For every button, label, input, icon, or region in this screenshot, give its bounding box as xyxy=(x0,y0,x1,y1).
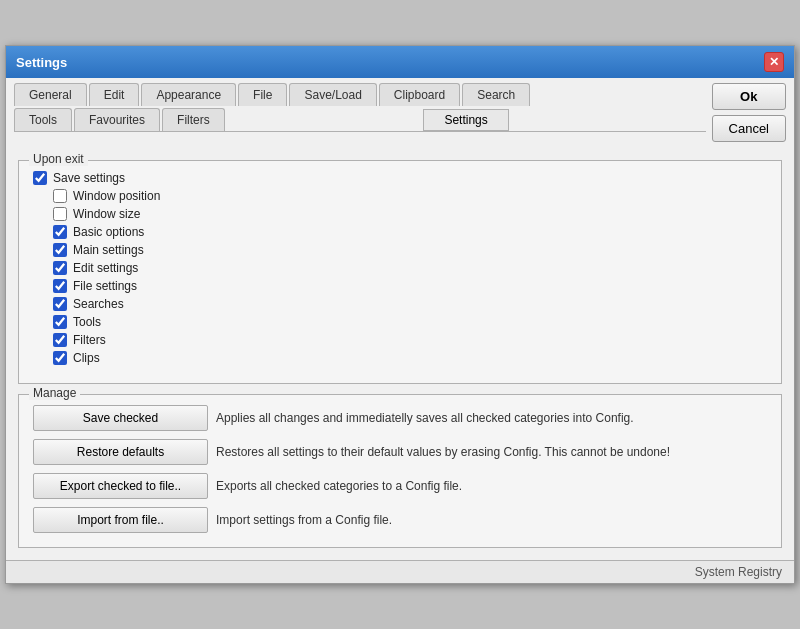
tab-general[interactable]: General xyxy=(14,83,87,106)
tab-edit[interactable]: Edit xyxy=(89,83,140,106)
tab-appearance[interactable]: Appearance xyxy=(141,83,236,106)
checkbox-window-size: Window size xyxy=(53,207,767,221)
checkbox-window-position: Window position xyxy=(53,189,767,203)
tab-tools[interactable]: Tools xyxy=(14,108,72,131)
tab-clipboard[interactable]: Clipboard xyxy=(379,83,460,106)
tools-checkbox[interactable] xyxy=(53,315,67,329)
checkbox-file-settings: File settings xyxy=(53,279,767,293)
left-panel: Upon exit Save settings Window position … xyxy=(18,160,782,548)
tab-file[interactable]: File xyxy=(238,83,287,106)
tab-search[interactable]: Search xyxy=(462,83,530,106)
window-position-checkbox[interactable] xyxy=(53,189,67,203)
manage-grid: Save checked Applies all changes and imm… xyxy=(33,405,767,533)
checkbox-tools: Tools xyxy=(53,315,767,329)
import-from-desc: Import settings from a Config file. xyxy=(216,512,767,529)
filters-checkbox[interactable] xyxy=(53,333,67,347)
checkbox-save-settings: Save settings xyxy=(33,171,767,185)
upon-exit-section: Upon exit Save settings Window position … xyxy=(18,160,782,384)
tab-favourites[interactable]: Favourites xyxy=(74,108,160,131)
checkbox-basic-options: Basic options xyxy=(53,225,767,239)
main-settings-checkbox[interactable] xyxy=(53,243,67,257)
tab-saveload[interactable]: Save/Load xyxy=(289,83,376,106)
tab-filters[interactable]: Filters xyxy=(162,108,225,131)
status-text: System Registry xyxy=(695,565,782,579)
window-position-label[interactable]: Window position xyxy=(73,189,160,203)
file-settings-label[interactable]: File settings xyxy=(73,279,137,293)
main-content: Upon exit Save settings Window position … xyxy=(6,148,794,560)
restore-defaults-desc: Restores all settings to their default v… xyxy=(216,444,767,461)
window-size-checkbox[interactable] xyxy=(53,207,67,221)
basic-options-label[interactable]: Basic options xyxy=(73,225,144,239)
save-settings-checkbox[interactable] xyxy=(33,171,47,185)
edit-settings-checkbox[interactable] xyxy=(53,261,67,275)
export-checked-button[interactable]: Export checked to file.. xyxy=(33,473,208,499)
clips-checkbox[interactable] xyxy=(53,351,67,365)
checkbox-edit-settings: Edit settings xyxy=(53,261,767,275)
close-button[interactable]: ✕ xyxy=(764,52,784,72)
checkbox-clips: Clips xyxy=(53,351,767,365)
checkbox-filters: Filters xyxy=(53,333,767,347)
import-from-button[interactable]: Import from file.. xyxy=(33,507,208,533)
settings-window: Settings ✕ General Edit Appearance File … xyxy=(5,45,795,584)
save-checked-button[interactable]: Save checked xyxy=(33,405,208,431)
upon-exit-label: Upon exit xyxy=(29,152,88,166)
window-size-label[interactable]: Window size xyxy=(73,207,140,221)
basic-options-checkbox[interactable] xyxy=(53,225,67,239)
file-settings-checkbox[interactable] xyxy=(53,279,67,293)
export-checked-desc: Exports all checked categories to a Conf… xyxy=(216,478,767,495)
title-bar: Settings ✕ xyxy=(6,46,794,78)
cancel-button[interactable]: Cancel xyxy=(712,115,786,142)
manage-label: Manage xyxy=(29,386,80,400)
manage-section: Manage Save checked Applies all changes … xyxy=(18,394,782,548)
searches-label[interactable]: Searches xyxy=(73,297,124,311)
checkbox-main-settings: Main settings xyxy=(53,243,767,257)
clips-label[interactable]: Clips xyxy=(73,351,100,365)
main-settings-label[interactable]: Main settings xyxy=(73,243,144,257)
filters-label[interactable]: Filters xyxy=(73,333,106,347)
edit-settings-label[interactable]: Edit settings xyxy=(73,261,138,275)
ok-button[interactable]: Ok xyxy=(712,83,786,110)
restore-defaults-button[interactable]: Restore defaults xyxy=(33,439,208,465)
checkbox-searches: Searches xyxy=(53,297,767,311)
save-checked-desc: Applies all changes and immediatelly sav… xyxy=(216,410,767,427)
status-bar: System Registry xyxy=(6,560,794,583)
tools-label[interactable]: Tools xyxy=(73,315,101,329)
tab-settings[interactable]: Settings xyxy=(423,109,508,131)
save-settings-label[interactable]: Save settings xyxy=(53,171,125,185)
searches-checkbox[interactable] xyxy=(53,297,67,311)
window-title: Settings xyxy=(16,55,67,70)
